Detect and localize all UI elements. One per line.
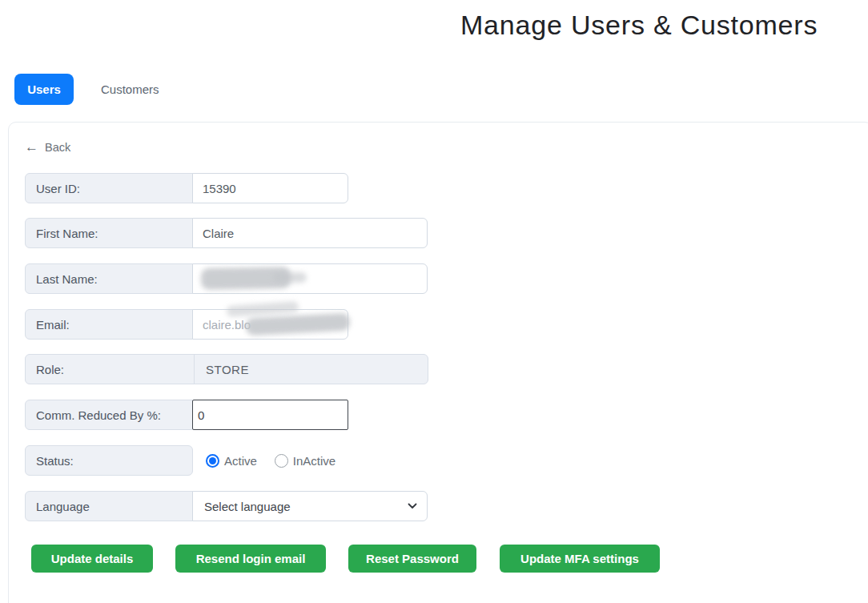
page: Manage Users & Customers Users Customers… bbox=[0, 0, 868, 603]
radio-button-active[interactable] bbox=[206, 454, 219, 468]
tab-bar: Users Customers bbox=[14, 74, 164, 105]
role-label: Role: bbox=[26, 363, 194, 376]
radio-button-inactive[interactable] bbox=[275, 454, 288, 468]
tab-users[interactable]: Users bbox=[14, 74, 74, 105]
resend-login-email-button[interactable]: Resend login email bbox=[175, 545, 326, 573]
update-details-button[interactable]: Update details bbox=[31, 545, 153, 573]
language-label: Language bbox=[25, 491, 193, 521]
user-id-input[interactable] bbox=[192, 173, 348, 203]
language-row: Language Select language bbox=[25, 491, 428, 521]
radio-label-inactive: InActive bbox=[293, 454, 336, 468]
language-select-value: Select language bbox=[204, 500, 291, 513]
role-group: Role: STORE bbox=[25, 354, 428, 384]
comm-reduced-row: Comm. Reduced By %: bbox=[25, 400, 348, 430]
page-title: Manage Users & Customers bbox=[460, 10, 818, 41]
status-label: Status: bbox=[25, 445, 193, 476]
email-input[interactable] bbox=[192, 309, 348, 340]
first-name-input[interactable] bbox=[192, 218, 428, 248]
comm-reduced-label: Comm. Reduced By %: bbox=[25, 400, 193, 430]
update-mfa-settings-button[interactable]: Update MFA settings bbox=[500, 545, 660, 573]
first-name-row: First Name: bbox=[25, 218, 428, 248]
status-option-active[interactable]: Active bbox=[206, 454, 257, 468]
chevron-down-icon bbox=[408, 503, 417, 509]
status-row: Status: Active InActive bbox=[25, 445, 336, 476]
language-select[interactable]: Select language bbox=[192, 491, 428, 521]
status-radio-group: Active InActive bbox=[206, 445, 336, 476]
reset-password-button[interactable]: Reset Password bbox=[348, 545, 476, 573]
user-id-row: User ID: bbox=[25, 173, 348, 203]
last-name-input[interactable] bbox=[192, 263, 428, 294]
back-label: Back bbox=[45, 141, 70, 154]
role-value: STORE bbox=[195, 363, 249, 376]
role-row: Role: STORE bbox=[25, 354, 428, 384]
last-name-label: Last Name: bbox=[25, 263, 193, 294]
action-button-bar: Update details Resend login email Reset … bbox=[31, 545, 660, 573]
last-name-row: Last Name: bbox=[25, 263, 428, 294]
back-link[interactable]: ← Back bbox=[25, 140, 70, 154]
user-details-card: ← Back User ID: First Name: Last Name: E… bbox=[8, 122, 868, 603]
user-id-label: User ID: bbox=[25, 173, 193, 203]
first-name-label: First Name: bbox=[25, 218, 193, 248]
email-row: Email: bbox=[25, 309, 348, 340]
tab-customers[interactable]: Customers bbox=[96, 74, 164, 104]
email-label: Email: bbox=[25, 309, 193, 340]
radio-label-active: Active bbox=[224, 454, 257, 468]
left-arrow-icon: ← bbox=[25, 140, 38, 154]
status-option-inactive[interactable]: InActive bbox=[275, 454, 336, 468]
comm-reduced-input[interactable] bbox=[192, 400, 348, 430]
